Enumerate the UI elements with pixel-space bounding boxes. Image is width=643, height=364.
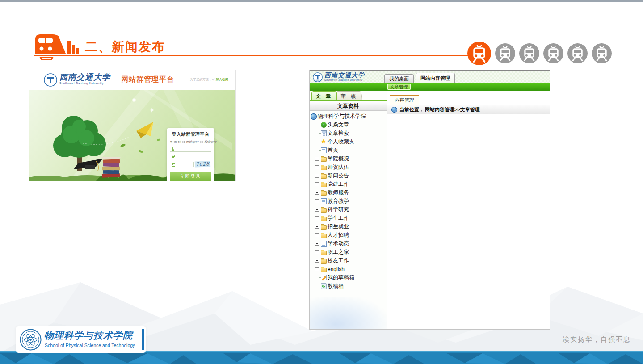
tree-item[interactable]: 学生工作 [310,214,387,222]
tree-item-label: 师资队伍 [328,163,349,171]
lock-icon [171,155,174,158]
folder-icon [321,174,327,179]
expand-plus-icon[interactable] [315,191,319,195]
tree-item-label: 党建工作 [328,180,349,188]
cms-screenshot: 西南交通大学 Southwest Jiaotong University 我的桌… [310,70,550,329]
header-divider [118,74,118,86]
expand-plus-icon[interactable] [315,208,319,212]
captcha-field[interactable] [170,162,194,167]
add-favorites-link[interactable]: 加入收藏 [216,78,228,81]
tree-item-label: 教育教学 [328,197,349,205]
tree-connector [315,277,321,278]
expand-plus-icon[interactable] [315,199,319,203]
draft-icon [321,275,327,280]
folder-icon [321,208,327,213]
radio-site-management[interactable] [182,141,185,143]
tree-item-label: 散稿箱 [328,282,344,290]
expand-plus-icon[interactable] [315,242,319,246]
tab-content-management[interactable]: 内容管理 [390,95,419,105]
breadcrumb-path[interactable]: 网站内容管理>>文章管理 [425,106,480,113]
tree-connector [315,133,321,134]
tree-item[interactable]: 党建工作 [310,180,387,188]
tree-item-label: 新闻公告 [328,172,349,180]
progress-train-icon-6 [592,43,612,63]
captcha-image[interactable]: 7c28 [195,161,210,167]
tree-item-label: 文章检索 [328,130,349,137]
tab-site-content-management[interactable]: 网站内容管理 [416,73,455,83]
cms-header: 西南交通大学 Southwest Jiaotong University 我的桌… [310,71,550,83]
tree-item[interactable]: english [310,265,387,273]
tree-item[interactable]: 校友工作 [310,256,387,265]
tree-item[interactable]: 我的草稿箱 [310,273,387,282]
folder-icon [321,259,327,264]
expand-plus-icon[interactable] [315,259,319,263]
expand-plus-icon[interactable] [315,174,319,178]
doc-icon [321,147,327,153]
article-tree: 物理科学与技术学院头条文章文章检索个人收藏夹首页学院概况师资队伍新闻公告党建工作… [310,112,387,290]
top-accent-bar [0,0,643,2]
tree-item[interactable]: 教师服务 [310,188,387,197]
folder-icon [321,251,327,255]
folder-icon [321,157,327,162]
train-logo-icon [34,32,80,62]
tree-item[interactable]: 科学研究 [310,205,387,214]
tree-item[interactable]: 师资队伍 [310,163,387,172]
expand-plus-icon[interactable] [315,157,319,161]
tree-item-label: 头条文章 [328,121,349,129]
bottom-decor-band [0,351,643,364]
progress-train-icon-2 [495,43,515,63]
tree-panel-title: 文章资料 [310,101,387,111]
globe-icon [311,113,317,120]
tree-item[interactable]: 首页 [310,146,387,155]
progress-train-icon-4 [543,43,563,63]
expand-plus-icon[interactable] [315,267,319,271]
username-field[interactable] [170,146,211,152]
tree-item[interactable]: 教育教学 [310,197,387,205]
expand-plus-icon[interactable] [315,233,319,237]
radio-site-label[interactable]: 网站管理 [186,140,199,144]
tree-item[interactable]: 个人收藏夹 [310,138,387,146]
tree-item[interactable]: 人才招聘 [310,231,387,239]
expand-plus-icon[interactable] [315,165,319,169]
radio-system-label[interactable]: 系统管理 [204,140,217,144]
password-field[interactable] [170,154,211,159]
school-name-cn: 物理科学与技术学院 [44,329,133,342]
star-icon [321,139,327,145]
expand-plus-icon[interactable] [315,216,319,220]
tab-my-desktop[interactable]: 我的桌面 [384,74,414,83]
tree-item[interactable]: 职工之家 [310,248,387,256]
tree-item-label: 招生就业 [328,223,349,230]
tree-item[interactable]: 散稿箱 [310,282,387,290]
login-header: 西南交通大学 Southwest Jiaotong University 网站群… [29,70,235,90]
nav-article-management[interactable]: 文章管理 [387,84,411,90]
expand-plus-icon[interactable] [315,250,319,254]
tree-item-label: 学术动态 [328,240,349,247]
folder-icon [321,217,327,221]
tree-item[interactable]: 头条文章 [310,121,387,129]
login-button[interactable]: 立即登录 [170,172,211,181]
expand-plus-icon[interactable] [315,225,319,229]
tree-item[interactable]: 物理科学与技术学院 [310,112,387,121]
tree-item[interactable]: 新闻公告 [310,172,387,180]
school-logo-card: 物理科学与技术学院 School of Physical Science and… [16,326,146,353]
school-name-en: School of Physical Science and Technolog… [45,343,135,348]
recycle-icon [321,283,327,289]
university-name-block: 西南交通大学 Southwest Jiaotong University [59,73,110,85]
tree-item-label: 人才招聘 [328,231,349,239]
expand-plus-icon[interactable] [315,182,319,186]
radio-system-management[interactable] [200,141,203,143]
tab-review[interactable]: 审 核 [336,91,362,100]
folder-icon [321,191,327,196]
tree-item[interactable]: 学术动态 [310,239,387,248]
tree-item[interactable]: 招生就业 [310,222,387,231]
doc-icon [321,198,327,204]
tree-item[interactable]: 学院概况 [310,155,387,163]
school-emblem-icon [20,329,42,351]
tab-article[interactable]: 文 章 [311,91,337,100]
tree-connector [315,150,321,151]
university-name-en: Southwest Jiaotong University [324,79,365,81]
folder-icon [321,234,327,238]
tree-item[interactable]: 文章检索 [310,129,387,138]
search-doc-icon [321,130,327,136]
login-to-label: 登 录 到 [170,140,181,144]
